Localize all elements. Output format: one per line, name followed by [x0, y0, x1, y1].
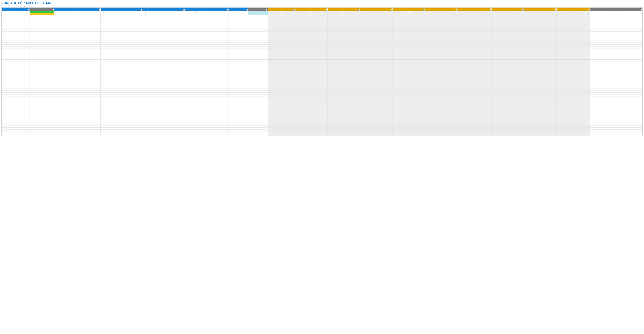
empty-cell[interactable]: [524, 57, 556, 59]
empty-cell[interactable]: [590, 53, 642, 55]
empty-cell[interactable]: [2, 57, 30, 59]
empty-cell[interactable]: [185, 57, 229, 59]
empty-cell[interactable]: [268, 23, 295, 25]
empty-cell[interactable]: [393, 19, 425, 21]
empty-cell[interactable]: [229, 19, 248, 21]
empty-cell[interactable]: [360, 55, 392, 57]
empty-cell[interactable]: [229, 126, 248, 128]
empty-cell[interactable]: [2, 34, 30, 36]
empty-cell[interactable]: [590, 76, 642, 78]
empty-cell[interactable]: [2, 78, 30, 80]
empty-cell[interactable]: [295, 40, 328, 42]
empty-cell[interactable]: [229, 34, 248, 36]
empty-cell[interactable]: [143, 62, 185, 64]
empty-cell[interactable]: [491, 101, 524, 103]
empty-cell[interactable]: [328, 101, 360, 103]
empty-cell[interactable]: [30, 32, 54, 34]
empty-cell[interactable]: [185, 113, 229, 115]
empty-cell[interactable]: [185, 88, 229, 91]
empty-cell[interactable]: [2, 99, 30, 101]
empty-cell[interactable]: [393, 107, 425, 109]
empty-cell[interactable]: [143, 113, 185, 115]
empty-cell[interactable]: [556, 51, 590, 53]
empty-cell[interactable]: [393, 70, 425, 72]
empty-cell[interactable]: [248, 27, 268, 29]
empty-cell[interactable]: [185, 23, 229, 25]
empty-cell[interactable]: [556, 107, 590, 109]
empty-cell[interactable]: [458, 25, 491, 27]
empty-cell[interactable]: [491, 93, 524, 95]
empty-cell[interactable]: [458, 80, 491, 82]
empty-cell[interactable]: [2, 117, 30, 119]
empty-cell[interactable]: [30, 19, 54, 21]
empty-cell[interactable]: [425, 107, 458, 109]
empty-cell[interactable]: [54, 113, 100, 115]
empty-cell[interactable]: [393, 74, 425, 76]
empty-cell[interactable]: [556, 74, 590, 76]
empty-cell[interactable]: [2, 38, 30, 40]
empty-cell[interactable]: [268, 27, 295, 29]
empty-cell[interactable]: [425, 115, 458, 117]
empty-cell[interactable]: [185, 126, 229, 128]
empty-cell[interactable]: [30, 42, 54, 45]
empty-cell[interactable]: [590, 36, 642, 38]
empty-cell[interactable]: [458, 21, 491, 23]
empty-cell[interactable]: [458, 88, 491, 91]
empty-cell[interactable]: [491, 86, 524, 88]
empty-cell[interactable]: [393, 29, 425, 31]
empty-cell[interactable]: [100, 32, 143, 34]
cell-alarm[interactable]: 05.11.2032: [393, 13, 425, 15]
empty-cell[interactable]: [393, 78, 425, 80]
empty-cell[interactable]: [491, 107, 524, 109]
empty-cell[interactable]: [328, 57, 360, 59]
empty-cell[interactable]: [2, 134, 30, 136]
empty-cell[interactable]: [100, 134, 143, 136]
empty-cell[interactable]: [360, 115, 392, 117]
empty-cell[interactable]: [185, 86, 229, 88]
empty-cell[interactable]: [54, 25, 100, 27]
empty-cell[interactable]: [229, 103, 248, 105]
empty-cell[interactable]: [556, 115, 590, 117]
empty-cell[interactable]: [328, 53, 360, 55]
empty-cell[interactable]: [248, 84, 268, 86]
empty-cell[interactable]: [491, 130, 524, 132]
empty-cell[interactable]: [295, 68, 328, 70]
empty-cell[interactable]: [185, 74, 229, 76]
empty-cell[interactable]: [360, 109, 392, 111]
empty-cell[interactable]: [590, 49, 642, 51]
empty-cell[interactable]: [328, 72, 360, 74]
col-header-9[interactable]: ERWARTETE LEBENSDAUER in Jahren: [295, 7, 328, 11]
empty-cell[interactable]: [524, 66, 556, 68]
empty-cell[interactable]: [54, 86, 100, 88]
empty-cell[interactable]: [328, 47, 360, 49]
empty-cell[interactable]: [458, 49, 491, 51]
empty-cell[interactable]: [425, 109, 458, 111]
empty-cell[interactable]: [590, 34, 642, 36]
empty-cell[interactable]: [229, 57, 248, 59]
empty-cell[interactable]: [458, 132, 491, 134]
empty-cell[interactable]: [268, 119, 295, 121]
empty-cell[interactable]: [458, 105, 491, 107]
empty-cell[interactable]: [491, 78, 524, 80]
empty-cell[interactable]: [229, 76, 248, 78]
filter-drop-icon[interactable]: [141, 9, 142, 11]
empty-cell[interactable]: [590, 32, 642, 34]
empty-cell[interactable]: [268, 76, 295, 78]
filter-drop-icon[interactable]: [266, 9, 268, 11]
empty-cell[interactable]: [2, 128, 30, 130]
empty-cell[interactable]: [268, 109, 295, 111]
empty-cell[interactable]: [100, 21, 143, 23]
empty-cell[interactable]: [458, 68, 491, 70]
empty-cell[interactable]: [491, 70, 524, 72]
empty-cell[interactable]: [524, 36, 556, 38]
empty-cell[interactable]: [30, 119, 54, 121]
empty-cell[interactable]: [328, 36, 360, 38]
col-header-3[interactable]: KATEGORIE: [100, 7, 143, 11]
empty-cell[interactable]: [54, 42, 100, 45]
cell-id[interactable]: 1.1: [2, 11, 30, 13]
empty-cell[interactable]: [2, 72, 30, 74]
empty-cell[interactable]: [556, 47, 590, 49]
empty-cell[interactable]: [328, 119, 360, 121]
cell-abj[interactable]: $1.500,00: [491, 11, 524, 13]
cell-enddatum[interactable]: 02.01.30: [328, 11, 360, 13]
